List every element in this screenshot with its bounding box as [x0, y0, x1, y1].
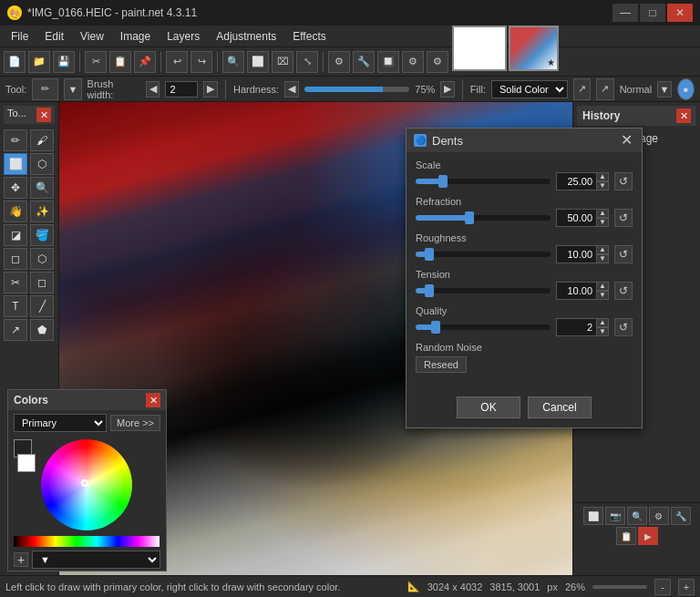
tool-eraser[interactable]: ◻: [30, 272, 54, 293]
scale-reset[interactable]: ↺: [614, 172, 633, 190]
menu-layers[interactable]: Layers: [160, 28, 207, 45]
color-extra-select[interactable]: ▼: [32, 551, 160, 569]
refraction-thumb[interactable]: [465, 211, 474, 224]
tool-select-btn[interactable]: ▼: [64, 78, 81, 100]
tool-arrows[interactable]: ↗: [4, 319, 27, 341]
hardness-up[interactable]: ▶: [440, 81, 455, 98]
refraction-slider[interactable]: [416, 215, 551, 221]
brush-width-input[interactable]: [165, 81, 198, 98]
maximize-button[interactable]: □: [640, 4, 665, 22]
br-btn-right[interactable]: ▶: [638, 527, 658, 545]
zoom-minus[interactable]: -: [654, 579, 671, 595]
tool-select-lasso[interactable]: ⬡: [30, 153, 54, 175]
toolbar-redo[interactable]: ↪: [190, 51, 212, 73]
refraction-reset[interactable]: ↺: [614, 209, 633, 227]
zoom-slider[interactable]: [592, 585, 647, 589]
toolbar-crop[interactable]: ⌧: [272, 51, 293, 73]
tool-select-rect[interactable]: ⬜: [4, 153, 27, 175]
toolbar-deselect[interactable]: ⬜: [247, 51, 269, 73]
roughness-down[interactable]: ▼: [596, 254, 609, 263]
roughness-slider[interactable]: [416, 252, 551, 257]
scale-thumb[interactable]: [438, 175, 448, 188]
menu-edit[interactable]: Edit: [37, 28, 71, 45]
thumbnail-image[interactable]: ★: [509, 26, 559, 71]
tool-clone[interactable]: ✂: [4, 272, 27, 293]
color-wheel[interactable]: [41, 439, 132, 530]
fill-extra1[interactable]: ↗: [573, 78, 591, 100]
menu-view[interactable]: View: [73, 28, 111, 45]
tool-pencil[interactable]: ✏: [4, 129, 27, 151]
tension-up[interactable]: ▲: [596, 282, 609, 291]
fill-select[interactable]: Solid Color: [491, 80, 568, 98]
roughness-reset[interactable]: ↺: [614, 245, 633, 263]
secondary-swatch[interactable]: [17, 454, 36, 472]
blend-dropdown[interactable]: ▼: [657, 81, 672, 98]
toolbar-save[interactable]: 💾: [53, 51, 75, 73]
scale-down[interactable]: ▼: [596, 181, 609, 190]
quality-thumb[interactable]: [431, 321, 440, 334]
reseed-button[interactable]: Reseed: [416, 356, 467, 373]
roughness-up[interactable]: ▲: [596, 245, 609, 254]
toolbar-zoom[interactable]: 🔍: [222, 51, 244, 73]
br-btn-6[interactable]: 📋: [616, 527, 636, 545]
refraction-up[interactable]: ▲: [596, 209, 609, 218]
tool-recolor[interactable]: ⬡: [30, 248, 54, 270]
toolbar-settings3[interactable]: 🔲: [377, 51, 399, 73]
br-btn-5[interactable]: 🔧: [671, 507, 691, 525]
tool-brush[interactable]: 🖌: [30, 129, 54, 151]
fill-extra2[interactable]: ↗: [596, 78, 613, 100]
tool-text[interactable]: T: [4, 295, 27, 317]
toolbar-settings1[interactable]: ⚙: [328, 51, 350, 73]
roughness-input[interactable]: [556, 245, 596, 263]
scale-input[interactable]: [556, 172, 596, 190]
toolbar-paste[interactable]: 📌: [134, 51, 156, 73]
quality-down[interactable]: ▼: [596, 327, 609, 336]
tool-shapes[interactable]: ◻: [4, 248, 27, 270]
ok-button[interactable]: OK: [457, 396, 520, 418]
brush-width-up[interactable]: ▶: [203, 81, 218, 98]
add-color-btn[interactable]: +: [14, 552, 28, 567]
minimize-button[interactable]: —: [612, 4, 638, 22]
current-tool-btn[interactable]: ✏: [32, 78, 58, 100]
tension-thumb[interactable]: [425, 284, 434, 297]
tool-bucket[interactable]: 🪣: [30, 224, 54, 246]
roughness-thumb[interactable]: [425, 248, 434, 261]
toolbar-copy[interactable]: 📋: [109, 51, 131, 73]
brush-width-down[interactable]: ◀: [146, 81, 160, 98]
tool-magic-wand[interactable]: ✨: [30, 201, 54, 222]
scale-up[interactable]: ▲: [596, 172, 609, 181]
toolbar-settings4[interactable]: ⚙: [402, 51, 424, 73]
tool-move[interactable]: ✥: [4, 177, 27, 199]
tool-line[interactable]: ╱: [30, 295, 54, 317]
tool-extra[interactable]: ⬟: [30, 319, 54, 341]
tension-slider[interactable]: [416, 288, 551, 293]
br-btn-3[interactable]: 🔍: [627, 507, 647, 525]
menu-adjustments[interactable]: Adjustments: [209, 28, 283, 45]
toolbar-resize[interactable]: ⤡: [296, 51, 318, 73]
quality-slider[interactable]: [416, 324, 551, 330]
color-spectrum[interactable]: [14, 536, 160, 547]
tension-down[interactable]: ▼: [596, 291, 609, 300]
close-button[interactable]: ✕: [667, 4, 693, 22]
history-close[interactable]: ✕: [676, 108, 691, 123]
colors-close[interactable]: ✕: [146, 393, 160, 407]
toolbar-settings5[interactable]: ⚙: [427, 51, 448, 73]
tool-zoom-tool[interactable]: 🔍: [30, 177, 54, 199]
cancel-button[interactable]: Cancel: [528, 396, 592, 418]
hardness-down[interactable]: ◀: [284, 81, 299, 98]
toolbar-cut[interactable]: ✂: [85, 51, 107, 73]
quality-up[interactable]: ▲: [596, 318, 609, 327]
refraction-down[interactable]: ▼: [596, 218, 609, 227]
tension-input[interactable]: [556, 282, 596, 300]
more-button[interactable]: More >>: [110, 415, 160, 431]
color-circle[interactable]: ●: [677, 78, 695, 100]
toolbar-settings2[interactable]: 🔧: [353, 51, 375, 73]
zoom-plus[interactable]: +: [678, 579, 695, 595]
quality-input[interactable]: [556, 318, 596, 336]
br-btn-2[interactable]: 📷: [605, 507, 625, 525]
dialog-close-btn[interactable]: ✕: [619, 133, 634, 148]
scale-slider[interactable]: [416, 179, 551, 184]
menu-image[interactable]: Image: [113, 28, 158, 45]
br-btn-4[interactable]: ⚙: [649, 507, 669, 525]
hardness-slider[interactable]: [304, 87, 410, 92]
